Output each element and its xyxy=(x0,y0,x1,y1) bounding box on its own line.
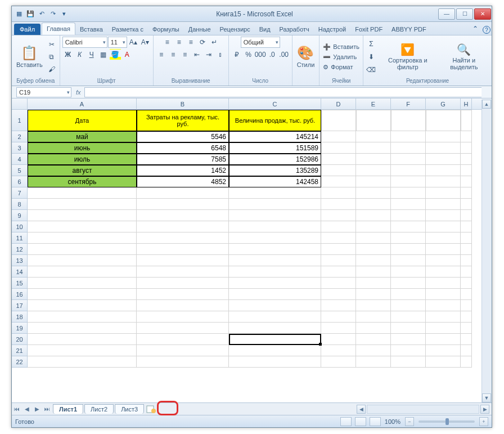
row-header[interactable]: 4 xyxy=(12,154,28,165)
cell[interactable] xyxy=(426,131,461,142)
cell[interactable]: август xyxy=(28,165,137,176)
cell[interactable] xyxy=(28,278,137,289)
row-header[interactable]: 9 xyxy=(12,210,28,221)
cell[interactable] xyxy=(356,266,391,278)
minimize-button[interactable]: — xyxy=(438,8,455,20)
cell[interactable] xyxy=(356,345,391,356)
qat-more-icon[interactable]: ▾ xyxy=(59,9,69,19)
cells-format-button[interactable]: ⚙Формат xyxy=(322,63,361,71)
cell[interactable] xyxy=(28,210,137,221)
find-select-button[interactable]: 🔍Найти и выделить xyxy=(439,42,489,71)
cell[interactable] xyxy=(356,300,391,311)
cell[interactable] xyxy=(321,244,356,255)
cell[interactable] xyxy=(28,221,137,232)
cell[interactable] xyxy=(321,278,356,289)
sheet-nav-first-icon[interactable]: ⏮ xyxy=(12,404,22,414)
cell[interactable] xyxy=(426,142,461,154)
cell[interactable] xyxy=(229,311,321,323)
cell[interactable] xyxy=(426,232,461,244)
help-icon[interactable]: ? xyxy=(483,26,490,34)
tab-home[interactable]: Главная xyxy=(42,23,75,35)
cell[interactable] xyxy=(321,232,356,244)
tab-foxit[interactable]: Foxit PDF xyxy=(350,24,387,35)
cell[interactable] xyxy=(356,154,391,165)
cell[interactable] xyxy=(321,255,356,266)
cell[interactable]: 4852 xyxy=(137,176,229,187)
cell[interactable] xyxy=(391,334,426,345)
sheet-tab-2[interactable]: Лист2 xyxy=(84,404,114,414)
cell[interactable] xyxy=(229,266,321,278)
tab-review[interactable]: Рецензирс xyxy=(215,24,255,35)
cell[interactable] xyxy=(356,210,391,221)
cell[interactable] xyxy=(321,110,356,131)
cell[interactable] xyxy=(426,165,461,176)
row-header[interactable]: 3 xyxy=(12,142,28,154)
styles-button[interactable]: 🎨Стили xyxy=(295,44,317,69)
cell[interactable] xyxy=(137,311,229,323)
view-break-icon[interactable] xyxy=(370,417,381,426)
cell[interactable] xyxy=(229,300,321,311)
row-header[interactable]: 11 xyxy=(12,232,28,244)
col-header-B[interactable]: B xyxy=(137,99,229,109)
cell[interactable] xyxy=(229,323,321,334)
cell[interactable] xyxy=(229,278,321,289)
align-right-icon[interactable]: ≡ xyxy=(179,49,191,60)
cell[interactable] xyxy=(461,300,472,311)
cell[interactable] xyxy=(321,154,356,165)
cell[interactable] xyxy=(321,266,356,278)
cell[interactable] xyxy=(391,311,426,323)
cell[interactable] xyxy=(356,356,391,368)
copy-icon[interactable]: ⧉ xyxy=(46,51,57,62)
orientation-icon[interactable]: ⟳ xyxy=(197,37,208,48)
save-icon[interactable]: 💾 xyxy=(25,9,35,19)
col-header-H[interactable]: H xyxy=(461,99,472,109)
merge-icon[interactable]: ⫾ xyxy=(215,49,226,60)
cell[interactable] xyxy=(391,244,426,255)
select-all-corner[interactable] xyxy=(12,99,28,109)
cell[interactable]: май xyxy=(28,131,137,142)
cell[interactable]: 135289 xyxy=(229,165,321,176)
cell[interactable] xyxy=(137,187,229,199)
tab-abbyy[interactable]: ABBYY PDF xyxy=(387,24,431,35)
zoom-slider[interactable] xyxy=(418,420,475,423)
fill-color-button[interactable]: 🪣 xyxy=(110,49,121,60)
cell[interactable] xyxy=(229,289,321,300)
cell[interactable]: 151589 xyxy=(229,142,321,154)
cell[interactable] xyxy=(229,199,321,210)
cell[interactable] xyxy=(391,176,426,187)
vscroll-up-icon[interactable]: ▲ xyxy=(482,100,491,109)
align-bottom-icon[interactable]: ≡ xyxy=(185,37,196,48)
row-header[interactable]: 20 xyxy=(12,334,28,345)
font-size-combo[interactable]: 11 xyxy=(108,37,127,48)
close-button[interactable]: ✕ xyxy=(474,8,491,20)
cell[interactable] xyxy=(461,176,472,187)
row-header[interactable]: 16 xyxy=(12,289,28,300)
cut-icon[interactable]: ✂ xyxy=(46,39,57,50)
align-center-icon[interactable]: ≡ xyxy=(168,49,179,60)
cell[interactable] xyxy=(391,300,426,311)
sort-filter-button[interactable]: 🔽Сортировка и фильтр xyxy=(378,42,438,71)
cell[interactable] xyxy=(356,165,391,176)
cell[interactable] xyxy=(391,289,426,300)
paste-button[interactable]: 📋Вставить xyxy=(14,44,45,69)
tab-insert[interactable]: Вставка xyxy=(75,24,107,35)
col-header-G[interactable]: G xyxy=(426,99,461,109)
cell[interactable] xyxy=(391,154,426,165)
grow-font-icon[interactable]: A▴ xyxy=(128,37,139,48)
row-header[interactable]: 1 xyxy=(12,110,28,131)
cell[interactable] xyxy=(391,255,426,266)
cell[interactable] xyxy=(391,187,426,199)
cell[interactable] xyxy=(426,345,461,356)
cell[interactable] xyxy=(229,187,321,199)
cell[interactable] xyxy=(356,199,391,210)
undo-icon[interactable]: ↶ xyxy=(37,9,47,19)
cell[interactable] xyxy=(321,131,356,142)
cell[interactable] xyxy=(356,221,391,232)
percent-icon[interactable]: % xyxy=(243,49,254,60)
cell[interactable] xyxy=(426,210,461,221)
cell[interactable] xyxy=(28,266,137,278)
cell[interactable] xyxy=(321,300,356,311)
cell[interactable] xyxy=(28,187,137,199)
cell[interactable] xyxy=(391,323,426,334)
cell[interactable]: Дата xyxy=(28,110,137,131)
